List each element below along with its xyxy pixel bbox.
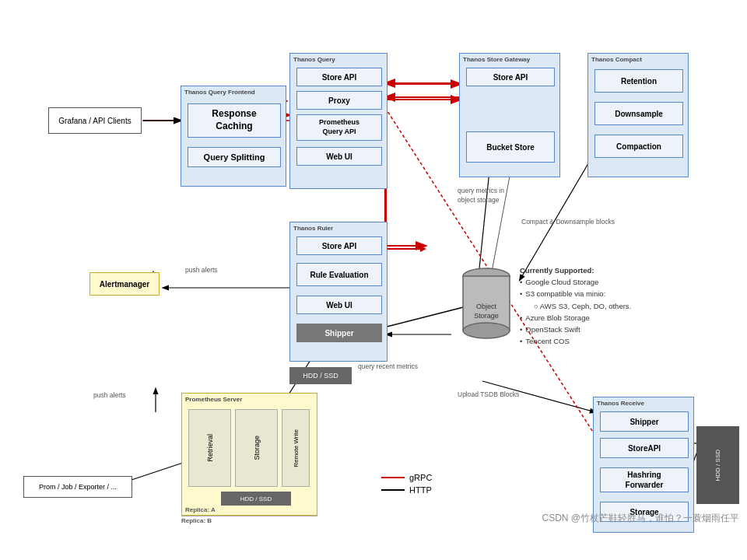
prometheus-server-container: Prometheus Server Retrieval Storage Remo… (181, 393, 317, 516)
thanos-ruler-container: Thanos Ruler Store API Rule Evaluation W… (289, 222, 388, 362)
object-storage-cylinder: Object Storage (459, 264, 514, 342)
query-recent-metrics-label: query recent metrics (358, 362, 418, 370)
svg-text:Storage: Storage (474, 312, 499, 320)
replica-b-label: Replica: B (181, 516, 317, 524)
compact-retention-label: Retention (621, 77, 657, 86)
ruler-rule-eval-box: Rule Evaluation (296, 263, 382, 286)
compact-compaction-box: Compaction (594, 135, 683, 158)
compact-compaction-label: Compaction (616, 142, 661, 151)
query-splitting-box: Query Splitting (188, 147, 281, 167)
receive-hashring-label: HashringForwarder (626, 470, 664, 490)
compact-downsample-label: Downsample (615, 110, 663, 118)
svg-line-15 (479, 163, 490, 276)
prometheus-hdd-label: HDD / SSD (240, 495, 272, 502)
response-caching-box: ResponseCaching (188, 103, 281, 138)
ruler-shipper-box: Shipper (296, 324, 382, 342)
replica-a-label: Replica: A (185, 506, 216, 513)
sg-store-api-label: Store API (493, 73, 528, 82)
ruler-store-api-label: Store API (322, 242, 357, 250)
response-caching-label: ResponseCaching (212, 108, 256, 132)
svg-text:Object: Object (476, 303, 497, 310)
sg-bucket-store-box: Bucket Store (466, 131, 555, 163)
prom-exporter-label: Prom / Job / Exporter / ... (39, 483, 117, 491)
sg-bucket-store-label: Bucket Store (486, 143, 535, 152)
query-metrics-label: query metrics inobject storage (458, 187, 504, 205)
tq-store-api-label: Store API (322, 73, 357, 82)
alertmanager-label: Alertmanager (100, 280, 149, 289)
receive-store-api-box: StoreAPI (600, 438, 689, 458)
receive-shipper-label: Shipper (630, 418, 658, 426)
receive-hdd-box: HDD / SSD (696, 426, 739, 504)
prometheus-hdd-box: HDD / SSD (221, 492, 291, 506)
tq-proxy-label: Proxy (328, 96, 350, 105)
tq-webui-label: Web UI (326, 152, 352, 161)
remote-write-label: Remote Write (293, 429, 300, 467)
push-alerts-bottom-label: push alerts (93, 391, 126, 399)
thanos-compact-title: Thanos Compact (591, 56, 642, 63)
legend: gRPC HTTP (381, 473, 432, 498)
thanos-compact-container: Thanos Compact Retention Downsample Comp… (587, 53, 689, 177)
alertmanager-box: Alertmanager (89, 272, 160, 296)
tq-webui-box: Web UI (296, 147, 382, 166)
thanos-query-title: Thanos Query (293, 56, 335, 63)
thanos-store-gateway-title: Thanos Store Gateway (463, 56, 530, 63)
retrieval-label: Retrieval (206, 434, 214, 462)
push-alerts-top-label: push alerts (185, 266, 218, 274)
ruler-shipper-label: Shipper (324, 329, 353, 338)
grafana-clients-label: Grafana / API Clients (58, 117, 131, 125)
query-splitting-label: Query Splitting (204, 152, 265, 162)
compact-retention-box: Retention (594, 69, 683, 93)
prom-exporter-box: Prom / Job / Exporter / ... (23, 476, 132, 498)
receive-hdd-label: HDD / SSD (714, 450, 721, 481)
svg-marker-7 (420, 246, 426, 252)
ruler-hdd-label: HDD / SSD (303, 372, 338, 380)
tq-store-api-box: Store API (296, 68, 382, 86)
svg-point-31 (463, 323, 510, 338)
thanos-store-gateway-container: Thanos Store Gateway Store API Bucket St… (459, 53, 560, 177)
prometheus-server-title: Prometheus Server (185, 396, 242, 403)
tq-prom-api-label: PrometheusQuery API (319, 118, 359, 136)
ruler-webui-label: Web UI (326, 301, 352, 310)
ruler-hdd-box: HDD / SSD (289, 367, 352, 384)
ruler-webui-box: Web UI (296, 296, 382, 314)
thanos-ruler-title: Thanos Ruler (293, 225, 333, 232)
ruler-store-api-box: Store API (296, 236, 382, 255)
upload-tsdb-label: Upload TSDB Blocks (458, 390, 519, 398)
legend-grpc: gRPC (409, 473, 432, 482)
receive-store-api-label: StoreAPI (628, 444, 661, 453)
sg-store-api-box: Store API (466, 68, 555, 86)
query-frontend-container: Thanos Query Frontend ResponseCaching Qu… (181, 86, 286, 187)
receive-shipper-box: Shipper (600, 411, 689, 432)
grafana-clients-box: Grafana / API Clients (48, 107, 142, 134)
ruler-rule-eval-label: Rule Evaluation (310, 271, 368, 279)
tq-proxy-box: Proxy (296, 91, 382, 110)
storage-label: Storage (253, 436, 261, 460)
legend-http: HTTP (409, 485, 432, 495)
tq-prom-api-box: PrometheusQuery API (296, 114, 382, 141)
receive-hashring-box: HashringForwarder (600, 467, 689, 492)
compact-downsample-label-note: Compact & Downsample blocks (521, 218, 615, 226)
watermark: CSDN @竹杖芒鞋轻胜马，谁怕？一蓑烟雨任平 (542, 512, 739, 525)
compact-downsample-box: Downsample (594, 102, 683, 125)
supported-text: Currently Supported: •Google Cloud Stora… (520, 264, 631, 347)
query-frontend-title: Thanos Query Frontend (184, 89, 255, 96)
thanos-receive-title: Thanos Receive (597, 400, 644, 407)
thanos-query-container: Thanos Query Store API Proxy PrometheusQ… (289, 53, 388, 189)
